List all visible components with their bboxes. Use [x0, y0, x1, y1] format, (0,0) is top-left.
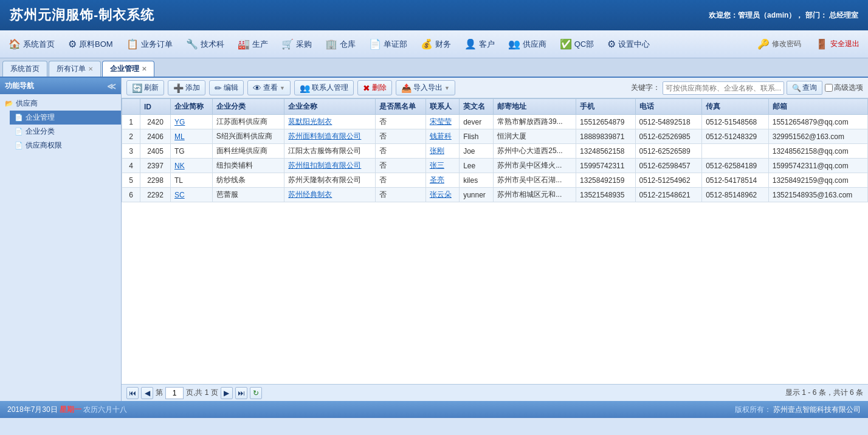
sidebar-title: 功能导航 — [5, 81, 34, 91]
col-header-category[interactable]: 企业分类 — [212, 99, 284, 115]
sidebar-item-supplier-auth[interactable]: 📄 供应商权限 — [10, 139, 121, 152]
sidebar-item-supplier-root[interactable]: 📂 供应商 — [0, 97, 121, 111]
edit-button[interactable]: ✏ 编辑 — [209, 80, 244, 95]
nav-customer[interactable]: 👤 客户 — [458, 35, 501, 53]
page-refresh-btn[interactable]: ↻ — [250, 387, 262, 399]
table-cell[interactable]: 苏州面料制造有限公司 — [284, 129, 376, 144]
col-header-mobile[interactable]: 手机 — [576, 99, 636, 115]
table-cell: 苏州市相城区元和... — [494, 188, 576, 202]
nav-purchase[interactable]: 🛒 采购 — [275, 35, 318, 53]
table-cell: 恒润大厦 — [494, 129, 576, 144]
tab-bar: 系统首页 所有订单 ✕ 企业管理 ✕ — [0, 58, 868, 78]
table-cell[interactable]: 宋莹莹 — [425, 115, 459, 129]
col-header-full-name[interactable]: 企业全称 — [284, 99, 376, 115]
table-row[interactable]: 52298TL纺纱线条苏州天隆制衣有限公司否圣亮kiles苏州市吴中区石湖...… — [122, 173, 868, 188]
nav-change-pwd[interactable]: 🔑 修改密码 — [751, 35, 807, 53]
table-cell[interactable]: 张刚 — [425, 144, 459, 159]
refresh-label: 刷新 — [144, 83, 159, 93]
col-header-id[interactable]: ID — [140, 99, 171, 115]
table-cell[interactable]: ML — [171, 129, 213, 144]
toolbar: 🔄 刷新 ➕ 添加 ✏ 编辑 👁 查看 ▼ 👥 联系人管理 ✖ — [122, 78, 868, 98]
page-label-first: 第 — [156, 388, 163, 398]
tab-enterprise-mgmt[interactable]: 企业管理 ✕ — [102, 61, 154, 77]
col-header-phone[interactable]: 电话 — [635, 99, 702, 115]
tab-home[interactable]: 系统首页 — [2, 61, 47, 77]
table-cell[interactable]: 张云朵 — [425, 188, 459, 202]
nav-orders[interactable]: 📋 业务订单 — [120, 35, 179, 53]
col-header-short-name[interactable]: 企业简称 — [171, 99, 213, 115]
table-cell: TG — [171, 144, 213, 159]
table-cell: 0512-54178514 — [702, 173, 769, 188]
nav-warehouse[interactable]: 🏢 仓库 — [319, 35, 362, 53]
nav-settings[interactable]: ⚙ 设置中心 — [601, 35, 656, 53]
sidebar-collapse-btn[interactable]: ≪ — [107, 81, 116, 91]
search-input[interactable] — [663, 81, 784, 95]
supplier-icon: 👥 — [508, 38, 520, 50]
table-cell: 6 — [122, 188, 140, 202]
col-header-fax[interactable]: 传真 — [702, 99, 769, 115]
sidebar-item-supplier-label: 供应商 — [16, 98, 38, 109]
table-row[interactable]: 22406MLS绍兴面料供应商苏州面料制造有限公司否钱莙科Flish恒润大厦18… — [122, 129, 868, 144]
page-last-btn[interactable]: ⏭ — [235, 387, 247, 399]
table-row[interactable]: 12420YG江苏面料供应商莫默阳光制衣否宋莹莹dever常熟市解放西路39..… — [122, 115, 868, 129]
col-header-en-name[interactable]: 英文名 — [460, 99, 494, 115]
finance-icon: 💰 — [421, 38, 433, 50]
col-header-email[interactable]: 邮箱 — [768, 99, 867, 115]
nav-docs[interactable]: 📄 单证部 — [363, 35, 413, 53]
table-cell[interactable]: 圣亮 — [425, 173, 459, 188]
tab-all-orders-label: 所有订单 — [57, 64, 86, 74]
company-link[interactable]: 苏州壹点智能科技有限公司 — [773, 405, 861, 414]
home-icon: 🏠 — [9, 38, 21, 50]
table-row[interactable]: 62292SC芭蕾服苏州经典制衣否张云朵yunner苏州市相城区元和...135… — [122, 188, 868, 202]
sidebar-item-enterprise-class[interactable]: 📄 企业分类 — [10, 125, 121, 139]
import-export-button[interactable]: 📤 导入导出 ▼ — [396, 80, 455, 95]
view-button[interactable]: 👁 查看 ▼ — [247, 80, 291, 95]
nav-logout[interactable]: 🚪 安全退出 — [810, 35, 866, 53]
table-cell[interactable]: 苏州纽扣制造有限公司 — [284, 159, 376, 173]
nav-bom[interactable]: ⚙ 原料BOM — [62, 35, 119, 53]
table-row[interactable]: 42397NK纽扣类辅料苏州纽扣制造有限公司否张三Lee苏州市吴中区烽火...1… — [122, 159, 868, 173]
col-header-blacklist[interactable]: 是否黑名单 — [376, 99, 425, 115]
tab-all-orders[interactable]: 所有订单 ✕ — [49, 61, 101, 77]
page-next-btn[interactable]: ▶ — [221, 387, 233, 399]
advanced-search[interactable]: 高级选项 — [825, 83, 863, 93]
add-button[interactable]: ➕ 添加 — [168, 80, 205, 95]
nav-finance[interactable]: 💰 财务 — [415, 35, 457, 53]
nav-tech[interactable]: 🔧 技术科 — [180, 35, 230, 53]
table-cell[interactable]: YG — [171, 115, 213, 129]
table-cell[interactable]: 莫默阳光制衣 — [284, 115, 376, 129]
contact-mgmt-button[interactable]: 👥 联系人管理 — [294, 80, 354, 95]
table-cell: 江苏面料供应商 — [212, 115, 284, 129]
table-cell[interactable]: 钱莙科 — [425, 129, 459, 144]
nav-supplier[interactable]: 👥 供应商 — [502, 35, 553, 53]
refresh-button[interactable]: 🔄 刷新 — [126, 80, 164, 95]
col-header-contact[interactable]: 联系人 — [425, 99, 459, 115]
settings-icon: ⚙ — [607, 38, 616, 50]
page-first-btn[interactable]: ⏮ — [126, 387, 139, 399]
tab-enterprise-mgmt-close[interactable]: ✕ — [142, 66, 146, 72]
date-text: 2018年7月30日 — [7, 405, 58, 414]
adv-search-checkbox[interactable] — [825, 84, 833, 92]
status-bar: 2018年7月30日 星期一 农历六月十八 版权所有： 苏州壹点智能科技有限公司 — [0, 401, 868, 418]
table-cell: 15995742311@qq.com — [768, 159, 867, 173]
table-row[interactable]: 32405TG面料丝绳供应商江阳太古服饰有限公司否张刚Joe苏州中心大道西25.… — [122, 144, 868, 159]
data-table-wrap[interactable]: ID 企业简称 企业分类 企业全称 是否黑名单 联系人 英文名 邮寄地址 手机 … — [122, 98, 868, 384]
nav-home[interactable]: 🏠 系统首页 — [2, 35, 61, 53]
table-cell[interactable]: 张三 — [425, 159, 459, 173]
table-cell[interactable]: SC — [171, 188, 213, 202]
page-number-input[interactable] — [165, 387, 184, 399]
nav-production[interactable]: 🏭 生产 — [232, 35, 274, 53]
table-cell[interactable]: NK — [171, 159, 213, 173]
search-button[interactable]: 🔍 查询 — [787, 81, 822, 95]
tab-all-orders-close[interactable]: ✕ — [88, 66, 93, 72]
table-cell: 江阳太古服饰有限公司 — [284, 144, 376, 159]
delete-button[interactable]: ✖ 删除 — [357, 80, 392, 95]
sidebar-item-enterprise-mgmt[interactable]: 📄 企业管理 — [10, 111, 121, 125]
table-cell[interactable]: 苏州经典制衣 — [284, 188, 376, 202]
page-prev-btn[interactable]: ◀ — [141, 387, 153, 399]
col-header-address[interactable]: 邮寄地址 — [494, 99, 576, 115]
welcome-text: 欢迎您：管理员（admin）， 部门： 总经理室 — [709, 10, 858, 21]
nav-qc[interactable]: ✅ QC部 — [554, 35, 601, 53]
table-header-row: ID 企业简称 企业分类 企业全称 是否黑名单 联系人 英文名 邮寄地址 手机 … — [122, 99, 868, 115]
table-cell: 0512-62526985 — [635, 129, 702, 144]
